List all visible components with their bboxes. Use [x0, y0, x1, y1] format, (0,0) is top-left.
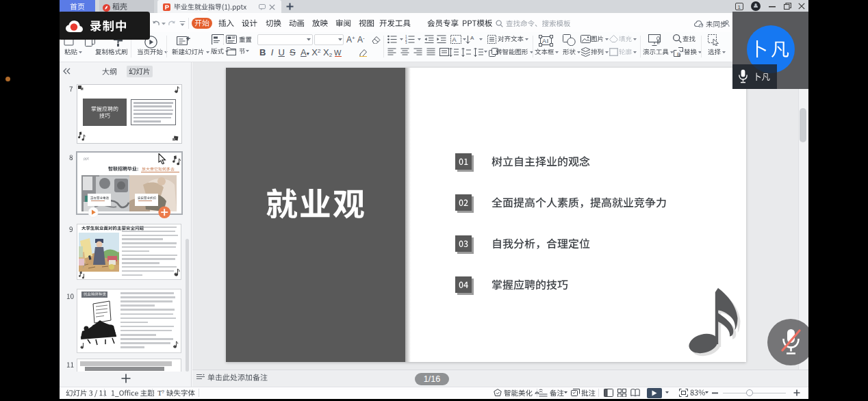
svg-text:?: ?	[162, 389, 164, 394]
svg-text:W: W	[334, 49, 342, 57]
svg-text:A: A	[542, 38, 546, 44]
svg-text:A: A	[470, 35, 474, 41]
svg-text:1: 1	[738, 4, 741, 10]
svg-text:A: A	[452, 36, 457, 43]
svg-text:B: B	[677, 52, 680, 57]
svg-text:3: 3	[405, 41, 407, 44]
